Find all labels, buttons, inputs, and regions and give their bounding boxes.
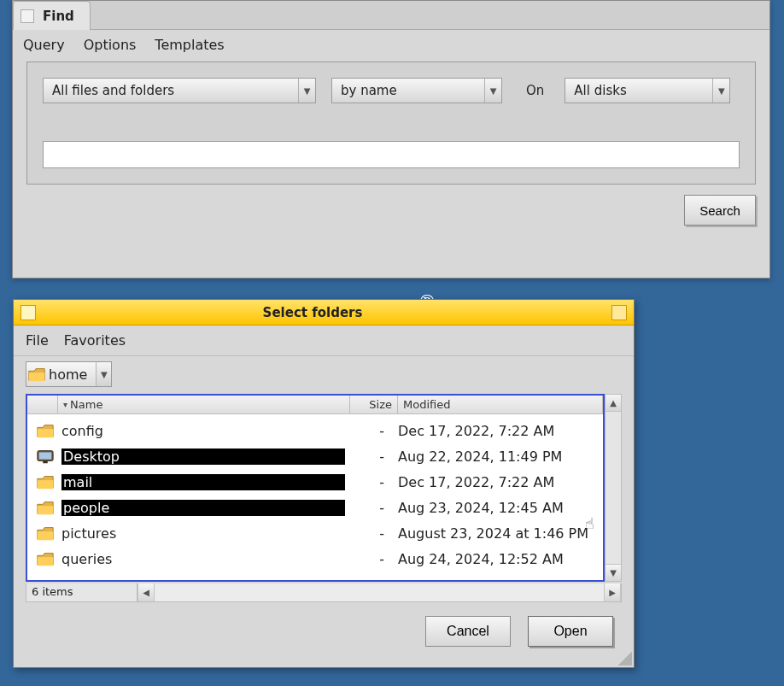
location-dropdown[interactable]: All disks ▼ (565, 78, 730, 103)
dialog-title: Select folders (19, 305, 606, 320)
folder-icon (36, 499, 55, 516)
column-modified[interactable]: Modified (398, 396, 603, 413)
file-size: - (345, 423, 393, 439)
chevron-down-icon: ▼ (298, 79, 315, 103)
list-item[interactable]: people-Aug 23, 2024, 12:45 AM (27, 495, 603, 520)
file-name: mail (61, 474, 345, 490)
scroll-left-icon[interactable]: ◀ (137, 583, 155, 601)
list-item[interactable]: pictures-August 23, 2024 at 1:46 PM (27, 520, 603, 546)
horizontal-scrollbar[interactable]: ◀ ▶ (137, 583, 621, 601)
dialog-titlebar[interactable]: Select folders (14, 300, 634, 325)
find-criteria-panel: All files and folders ▼ by name ▼ On All… (26, 62, 756, 185)
folder-icon (36, 525, 55, 542)
scroll-right-icon[interactable]: ▶ (604, 583, 621, 601)
method-dropdown[interactable]: by name ▼ (331, 78, 502, 103)
svg-rect-2 (43, 461, 48, 464)
find-tab-label: Find (43, 9, 74, 24)
window-zoom-icon[interactable] (611, 305, 627, 320)
file-name: pictures (61, 525, 345, 542)
status-bar: 6 items ◀ ▶ (26, 583, 622, 602)
dialog-menubar: File Favorites (14, 325, 634, 356)
menu-templates[interactable]: Templates (155, 37, 224, 53)
file-size: - (345, 500, 393, 516)
file-modified: Aug 22, 2024, 11:49 PM (393, 449, 598, 465)
file-size: - (345, 551, 393, 567)
cancel-button[interactable]: Cancel (425, 616, 511, 647)
scroll-up-icon[interactable]: ▲ (606, 395, 621, 412)
column-name[interactable]: Name (58, 396, 350, 413)
location-dropdown[interactable]: home ▼ (26, 361, 112, 387)
find-window: Find Query Options Templates All files a… (12, 0, 770, 279)
select-folders-dialog: Select folders File Favorites home ▼ Nam… (13, 299, 635, 668)
list-item[interactable]: Desktop-Aug 22, 2024, 11:49 PM (27, 443, 603, 469)
column-size[interactable]: Size (350, 396, 398, 413)
menu-query[interactable]: Query (23, 37, 65, 53)
column-icon[interactable] (27, 396, 58, 413)
menu-file[interactable]: File (26, 332, 49, 349)
file-size: - (345, 449, 393, 465)
location-bar: home ▼ (14, 356, 634, 390)
desktop-icon (36, 448, 55, 465)
menu-favorites[interactable]: Favorites (64, 332, 126, 349)
folder-icon (36, 473, 55, 490)
list-item[interactable]: config-Dec 17, 2022, 7:22 AM (27, 418, 603, 443)
svg-rect-1 (39, 452, 52, 459)
file-modified: Dec 17, 2022, 7:22 AM (393, 474, 598, 490)
file-size: - (345, 474, 393, 490)
item-count: 6 items (26, 583, 137, 601)
file-modified: August 23, 2024 at 1:46 PM (393, 525, 598, 542)
find-menubar: Query Options Templates (13, 30, 769, 62)
file-name: Desktop (61, 449, 345, 465)
tab-close-icon[interactable] (20, 9, 34, 23)
menu-options[interactable]: Options (84, 37, 137, 53)
find-tab[interactable]: Find (13, 1, 91, 30)
list-item[interactable]: mail-Dec 17, 2022, 7:22 AM (27, 469, 603, 495)
folder-icon (36, 422, 55, 439)
column-headers[interactable]: Name Size Modified (27, 396, 603, 414)
search-input[interactable] (43, 141, 740, 168)
scope-dropdown[interactable]: All files and folders ▼ (43, 78, 316, 103)
file-modified: Dec 17, 2022, 7:22 AM (393, 423, 598, 439)
file-name: queries (61, 551, 345, 567)
chevron-down-icon: ▼ (96, 362, 111, 386)
folder-icon (36, 550, 55, 567)
file-list[interactable]: Name Size Modified config-Dec 17, 2022, … (26, 394, 605, 582)
chevron-down-icon: ▼ (712, 79, 729, 103)
file-name: config (61, 423, 345, 439)
list-item[interactable]: queries-Aug 24, 2024, 12:52 AM (27, 546, 603, 572)
scroll-down-icon[interactable]: ▼ (606, 564, 621, 581)
on-label: On (518, 83, 549, 98)
file-name: people (61, 500, 345, 516)
file-modified: Aug 23, 2024, 12:45 AM (393, 500, 598, 516)
resize-grip[interactable] (618, 652, 632, 665)
search-button[interactable]: Search (684, 195, 756, 226)
home-folder-icon (26, 366, 47, 383)
open-button[interactable]: Open (528, 616, 613, 647)
find-tabbar: Find (13, 1, 769, 30)
file-modified: Aug 24, 2024, 12:52 AM (393, 551, 598, 567)
file-size: - (345, 525, 393, 542)
vertical-scrollbar[interactable]: ▲ ▼ (605, 394, 622, 582)
chevron-down-icon: ▼ (484, 79, 501, 103)
